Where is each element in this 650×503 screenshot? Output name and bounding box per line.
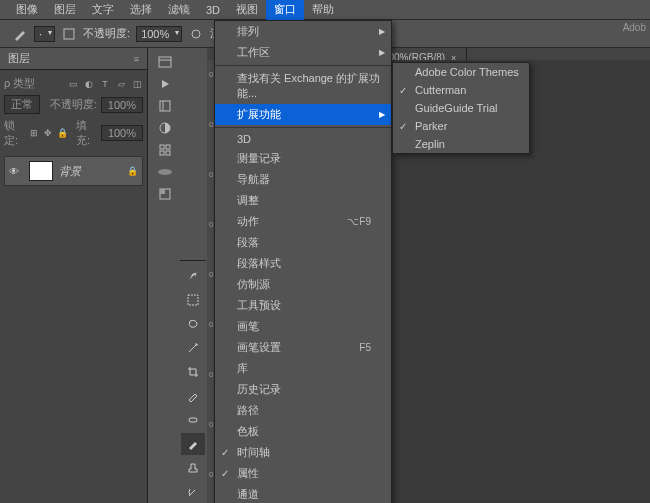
layers-panel: 图层 ≡ ρ 类型 ▭ ◐ T ▱ ◫ 正常 不透明度: 100% 锁定: ⊞ … xyxy=(0,48,148,503)
menu-item[interactable]: 工作区▶ xyxy=(215,42,391,63)
opacity-value[interactable]: 100% xyxy=(136,26,182,42)
eyedropper-tool-icon[interactable] xyxy=(181,385,205,407)
svg-rect-10 xyxy=(166,151,170,155)
adjustments-icon[interactable] xyxy=(153,118,177,138)
filter-smart-icon[interactable]: ◫ xyxy=(131,78,143,90)
menu-item[interactable]: 导航器 xyxy=(215,169,391,190)
layer-name[interactable]: 背景 xyxy=(59,164,121,179)
crop-tool-icon[interactable] xyxy=(181,361,205,383)
brush-preset-icon[interactable] xyxy=(153,162,177,182)
submenu-item[interactable]: GuideGuide Trial xyxy=(393,99,529,117)
properties-icon[interactable] xyxy=(153,96,177,116)
menu-图像[interactable]: 图像 xyxy=(8,0,46,20)
layer-thumbnail[interactable] xyxy=(29,161,53,181)
menu-文字[interactable]: 文字 xyxy=(84,0,122,20)
submenu-item[interactable]: ✓Parker xyxy=(393,117,529,135)
submenu-item[interactable]: Zeplin xyxy=(393,135,529,153)
ruler-tick: 0 xyxy=(209,170,213,179)
visibility-icon[interactable]: 👁 xyxy=(9,166,23,177)
menu-item[interactable]: 查找有关 Exchange 的扩展功能... xyxy=(215,68,391,104)
brush-size-dropdown[interactable]: · xyxy=(34,26,55,42)
menu-item[interactable]: 测量记录 xyxy=(215,148,391,169)
menu-item[interactable]: 库 xyxy=(215,358,391,379)
submenu-item[interactable]: Adobe Color Themes xyxy=(393,63,529,81)
menu-item[interactable]: 历史记录 xyxy=(215,379,391,400)
menu-窗口[interactable]: 窗口 xyxy=(266,0,304,20)
menu-item-label: 扩展功能 xyxy=(237,107,281,122)
menu-item[interactable]: 色板 xyxy=(215,421,391,442)
ruler-tick: 0 xyxy=(209,70,213,79)
lock-icon[interactable]: 🔒 xyxy=(127,166,138,176)
menu-滤镜[interactable]: 滤镜 xyxy=(160,0,198,20)
stamp-tool-icon[interactable] xyxy=(181,457,205,479)
menu-item[interactable]: 画笔 xyxy=(215,316,391,337)
blend-mode-dropdown[interactable]: 正常 xyxy=(4,95,40,114)
brush-tool-icon[interactable] xyxy=(181,433,205,455)
healing-tool-icon[interactable] xyxy=(181,409,205,431)
layers-panel-tab[interactable]: 图层 ≡ xyxy=(0,48,147,70)
menubar: 图像图层文字选择滤镜3D视图窗口帮助 xyxy=(0,0,650,20)
menu-item-label: 属性 xyxy=(237,466,259,481)
layers-panel-title: 图层 xyxy=(8,51,30,66)
play-icon[interactable] xyxy=(153,74,177,94)
menu-item[interactable]: 通道 xyxy=(215,484,391,503)
panel-menu-icon[interactable]: ≡ xyxy=(134,54,139,64)
wand-tool-icon[interactable] xyxy=(181,337,205,359)
menu-选择[interactable]: 选择 xyxy=(122,0,160,20)
move-tool-icon[interactable] xyxy=(181,265,205,287)
lock-all-icon[interactable]: 🔒 xyxy=(57,127,68,139)
menu-item[interactable]: 段落样式 xyxy=(215,253,391,274)
menu-item[interactable]: 3D xyxy=(215,130,391,148)
menu-item-label: 通道 xyxy=(237,487,259,502)
filter-type-icon[interactable]: T xyxy=(99,78,111,90)
svg-rect-8 xyxy=(166,145,170,149)
filter-image-icon[interactable]: ▭ xyxy=(67,78,79,90)
layer-opacity-value[interactable]: 100% xyxy=(101,97,143,113)
menu-item[interactable]: 路径 xyxy=(215,400,391,421)
menu-item[interactable]: 段落 xyxy=(215,232,391,253)
filter-shape-icon[interactable]: ▱ xyxy=(115,78,127,90)
menu-item-label: 调整 xyxy=(237,193,259,208)
grid-icon[interactable] xyxy=(153,140,177,160)
opacity-label: 不透明度: xyxy=(83,26,130,41)
layer-row[interactable]: 👁 背景 🔒 xyxy=(4,156,143,186)
pressure-opacity-icon[interactable] xyxy=(188,26,204,42)
menu-item-label: 动作 xyxy=(237,214,259,229)
menu-shortcut: ⌥F9 xyxy=(347,216,371,227)
marquee-tool-icon[interactable] xyxy=(181,289,205,311)
history-panel-icon[interactable] xyxy=(153,52,177,72)
menu-item-label: 3D xyxy=(237,133,251,145)
menu-item[interactable]: ✓时间轴 xyxy=(215,442,391,463)
menu-item[interactable]: ✓属性 xyxy=(215,463,391,484)
menu-帮助[interactable]: 帮助 xyxy=(304,0,342,20)
lock-label: 锁定: xyxy=(4,118,25,148)
window-menu: 排列▶工作区▶查找有关 Exchange 的扩展功能...扩展功能▶3D测量记录… xyxy=(214,20,392,503)
menu-3D[interactable]: 3D xyxy=(198,1,228,19)
menu-item[interactable]: 仿制源 xyxy=(215,274,391,295)
ruler-tick: 0 xyxy=(209,320,213,329)
menu-item[interactable]: 调整 xyxy=(215,190,391,211)
submenu-item[interactable]: ✓Cutterman xyxy=(393,81,529,99)
swatches-icon[interactable] xyxy=(153,184,177,204)
ruler-tick: 0 xyxy=(209,420,213,429)
menu-item[interactable]: 排列▶ xyxy=(215,21,391,42)
brush-panel-icon[interactable] xyxy=(61,26,77,42)
menu-item[interactable]: 扩展功能▶ xyxy=(215,104,391,125)
svg-rect-15 xyxy=(189,418,197,422)
menu-图层[interactable]: 图层 xyxy=(46,0,84,20)
menu-item[interactable]: 画笔设置F5 xyxy=(215,337,391,358)
menu-视图[interactable]: 视图 xyxy=(228,0,266,20)
menu-item[interactable]: 动作⌥F9 xyxy=(215,211,391,232)
menu-item-label: 段落 xyxy=(237,235,259,250)
brush-icon[interactable] xyxy=(12,26,28,42)
submenu-arrow-icon: ▶ xyxy=(379,110,385,119)
lock-position-icon[interactable]: ✥ xyxy=(43,127,53,139)
menu-item[interactable]: 工具预设 xyxy=(215,295,391,316)
menu-separator xyxy=(215,127,391,128)
menu-item-label: 画笔 xyxy=(237,319,259,334)
fill-value[interactable]: 100% xyxy=(101,125,143,141)
lasso-tool-icon[interactable] xyxy=(181,313,205,335)
lock-pixels-icon[interactable]: ⊞ xyxy=(29,127,39,139)
history-brush-tool-icon[interactable] xyxy=(181,481,205,503)
filter-adjust-icon[interactable]: ◐ xyxy=(83,78,95,90)
